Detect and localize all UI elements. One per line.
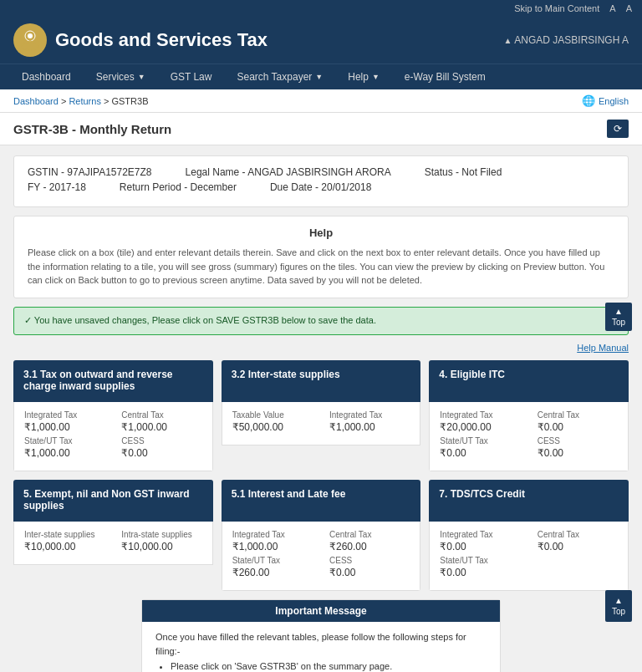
important-message-steps: Please click on 'Save GSTR3B' on the sum… bbox=[155, 659, 487, 672]
tile-3-1-cess: CESS ₹0.00 bbox=[121, 436, 201, 459]
tile-5-1-row-2: State/UT Tax ₹260.00 CESS ₹0.00 bbox=[232, 556, 410, 578]
status-info: Status - Not Filed bbox=[425, 166, 502, 178]
important-message: Important Message Once you have filled t… bbox=[141, 599, 501, 673]
important-message-intro: Once you have filled the relevant tables… bbox=[155, 630, 487, 659]
tile-7-central-tax: Central Tax ₹0.00 bbox=[538, 530, 618, 552]
tile-7-state-ut-tax: State/UT Tax ₹0.00 bbox=[440, 556, 618, 578]
nav-services[interactable]: Services ▼ bbox=[84, 64, 157, 89]
alert-message: ✓ You have unsaved changes, Please click… bbox=[24, 315, 376, 326]
tile-3-2[interactable]: 3.2 Inter-state supplies Taxable Value ₹… bbox=[222, 360, 421, 471]
tile-5-row-1: Inter-state supplies ₹10,000.00 Intra-st… bbox=[24, 530, 202, 552]
logo bbox=[13, 23, 47, 57]
tiles-row-2: 5. Exempt, nil and Non GST inward suppli… bbox=[13, 480, 629, 591]
refresh-button[interactable]: ⟳ bbox=[607, 120, 629, 138]
breadcrumb-bar: Dashboard > Returns > GSTR3B 🌐 English bbox=[0, 89, 642, 113]
tile-4[interactable]: 4. Eligible ITC Integrated Tax ₹20,000.0… bbox=[429, 360, 629, 471]
tile-3-1-central-tax: Central Tax ₹1,000.00 bbox=[121, 410, 201, 433]
nav-eway-bill[interactable]: e-Way Bill System bbox=[393, 64, 497, 89]
tile-4-row-2: State/UT Tax ₹0.00 CESS ₹0.00 bbox=[440, 436, 618, 459]
tile-4-state-ut-tax: State/UT Tax ₹0.00 bbox=[440, 436, 520, 459]
fy-info: FY - 2017-18 bbox=[28, 181, 86, 193]
page-title: GSTR-3B - Monthly Return bbox=[13, 122, 171, 136]
tile-5[interactable]: 5. Exempt, nil and Non GST inward suppli… bbox=[13, 480, 213, 591]
tile-3-1-header: 3.1 Tax on outward and reverse charge in… bbox=[13, 360, 213, 402]
important-step-1: Please click on 'Save GSTR3B' on the sum… bbox=[171, 659, 487, 672]
tile-7-integrated-tax: Integrated Tax ₹0.00 bbox=[440, 530, 520, 552]
skip-main-link[interactable]: Skip to Main Content bbox=[514, 3, 599, 13]
svg-point-1 bbox=[28, 33, 33, 38]
important-message-body: Once you have filled the relevant tables… bbox=[142, 622, 500, 673]
nav-help[interactable]: Help ▼ bbox=[336, 64, 391, 89]
legal-name-info: Legal Name - ANGAD JASBIRSINGH ARORA bbox=[186, 166, 391, 178]
tile-5-1-state-ut-tax: State/UT Tax ₹260.00 bbox=[232, 556, 313, 578]
tile-4-body: Integrated Tax ₹20,000.00 Central Tax ₹0… bbox=[429, 402, 629, 471]
main-nav: Dashboard Services ▼ GST Law Search Taxp… bbox=[0, 64, 642, 89]
nav-dashboard[interactable]: Dashboard bbox=[10, 64, 83, 89]
tile-3-1-state-ut-tax: State/UT Tax ₹1,000.00 bbox=[24, 436, 104, 459]
page-header: GSTR-3B - Monthly Return ⟳ bbox=[0, 113, 642, 145]
font-size-a2[interactable]: A bbox=[626, 3, 632, 13]
scroll-top-mid-button[interactable]: ▲Top bbox=[605, 303, 632, 331]
main-header: Goods and Services Tax ANGAD JASBIRSINGH… bbox=[0, 17, 642, 64]
site-title: Goods and Services Tax bbox=[55, 29, 268, 51]
nav-gst-law[interactable]: GST Law bbox=[159, 64, 224, 89]
tile-5-1-body: Integrated Tax ₹1,000.00 Central Tax ₹26… bbox=[222, 522, 421, 591]
tile-4-cess: CESS ₹0.00 bbox=[538, 436, 618, 459]
nav-search-taxpayer[interactable]: Search Taxpayer ▼ bbox=[225, 64, 334, 89]
help-text: Please click on a box (tile) and enter r… bbox=[28, 246, 614, 288]
due-date-info: Due Date - 20/01/2018 bbox=[270, 181, 371, 193]
tile-5-1-header: 5.1 Interest and Late fee bbox=[222, 480, 421, 522]
search-taxpayer-arrow: ▼ bbox=[315, 73, 323, 81]
tile-5-body: Inter-state supplies ₹10,000.00 Intra-st… bbox=[13, 522, 213, 565]
info-row-2: FY - 2017-18 Return Period - December Du… bbox=[28, 181, 614, 193]
tile-7-row-2: State/UT Tax ₹0.00 bbox=[440, 556, 618, 578]
tile-4-row-1: Integrated Tax ₹20,000.00 Central Tax ₹0… bbox=[440, 410, 618, 433]
tiles-row-1: 3.1 Tax on outward and reverse charge in… bbox=[13, 360, 629, 471]
tile-3-2-taxable-value: Taxable Value ₹50,000.00 bbox=[232, 410, 313, 433]
tile-3-1-row-1: Integrated Tax ₹1,000.00 Central Tax ₹1,… bbox=[24, 410, 202, 433]
tile-3-1-integrated-tax: Integrated Tax ₹1,000.00 bbox=[24, 410, 104, 433]
tile-4-header: 4. Eligible ITC bbox=[429, 360, 629, 402]
tile-5-interstate: Inter-state supplies ₹10,000.00 bbox=[24, 530, 104, 552]
tile-3-1-row-2: State/UT Tax ₹1,000.00 CESS ₹0.00 bbox=[24, 436, 202, 459]
tile-5-1[interactable]: 5.1 Interest and Late fee Integrated Tax… bbox=[222, 480, 421, 591]
important-message-header: Important Message bbox=[142, 600, 500, 622]
header-left: Goods and Services Tax bbox=[13, 23, 268, 57]
tile-5-intrastate: Intra-state supplies ₹10,000.00 bbox=[121, 530, 201, 552]
top-bar: Skip to Main Content A A bbox=[0, 0, 642, 17]
tile-3-1[interactable]: 3.1 Tax on outward and reverse charge in… bbox=[13, 360, 213, 471]
tile-7-body: Integrated Tax ₹0.00 Central Tax ₹0.00 S… bbox=[429, 522, 629, 591]
language-selector[interactable]: 🌐 English bbox=[582, 94, 629, 107]
breadcrumb-current: GSTR3B bbox=[111, 96, 148, 106]
tile-3-2-integrated-tax: Integrated Tax ₹1,000.00 bbox=[329, 410, 410, 433]
font-size-a1[interactable]: A bbox=[609, 3, 615, 13]
tile-5-1-integrated-tax: Integrated Tax ₹1,000.00 bbox=[232, 530, 313, 552]
globe-icon: 🌐 bbox=[582, 94, 595, 107]
help-manual-link[interactable]: Help Manual bbox=[577, 343, 629, 353]
scroll-top-button[interactable]: ▲Top bbox=[605, 590, 632, 622]
tile-4-central-tax: Central Tax ₹0.00 bbox=[538, 410, 618, 433]
tile-5-1-cess: CESS ₹0.00 bbox=[329, 556, 410, 578]
help-arrow: ▼ bbox=[372, 73, 380, 81]
tile-3-1-body: Integrated Tax ₹1,000.00 Central Tax ₹1,… bbox=[13, 402, 213, 471]
tile-5-1-row-1: Integrated Tax ₹1,000.00 Central Tax ₹26… bbox=[232, 530, 410, 552]
main-content: GSTIN - 97AJIPA1572E7Z8 Legal Name - ANG… bbox=[0, 145, 642, 672]
svg-point-2 bbox=[22, 42, 38, 50]
gstin-info: GSTIN - 97AJIPA1572E7Z8 bbox=[28, 166, 152, 178]
info-row-1: GSTIN - 97AJIPA1572E7Z8 Legal Name - ANG… bbox=[28, 166, 614, 178]
tile-7[interactable]: 7. TDS/TCS Credit Integrated Tax ₹0.00 C… bbox=[429, 480, 629, 591]
breadcrumb-dashboard[interactable]: Dashboard bbox=[13, 96, 59, 106]
tile-5-1-central-tax: Central Tax ₹260.00 bbox=[329, 530, 410, 552]
return-period-info: Return Period - December bbox=[120, 181, 237, 193]
help-manual-row: Help Manual bbox=[13, 342, 629, 354]
tile-5-header: 5. Exempt, nil and Non GST inward suppli… bbox=[13, 480, 213, 522]
tile-7-header: 7. TDS/TCS Credit bbox=[429, 480, 629, 522]
tile-3-2-header: 3.2 Inter-state supplies bbox=[222, 360, 421, 402]
tile-3-2-body: Taxable Value ₹50,000.00 Integrated Tax … bbox=[222, 402, 421, 445]
tile-7-row-1: Integrated Tax ₹0.00 Central Tax ₹0.00 bbox=[440, 530, 618, 552]
help-title: Help bbox=[28, 227, 614, 239]
user-menu[interactable]: ANGAD JASBIRSINGH A bbox=[504, 34, 629, 46]
breadcrumb-returns[interactable]: Returns bbox=[69, 96, 101, 106]
unsaved-changes-alert: ✓ You have unsaved changes, Please click… bbox=[13, 307, 629, 335]
tile-3-2-row-1: Taxable Value ₹50,000.00 Integrated Tax … bbox=[232, 410, 410, 433]
